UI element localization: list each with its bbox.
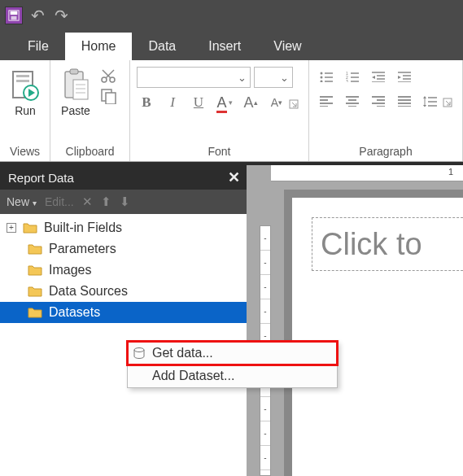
- svg-rect-1: [11, 11, 18, 15]
- svg-rect-4: [16, 75, 29, 77]
- dialog-launcher-icon[interactable]: [289, 99, 299, 109]
- decrease-indent-button[interactable]: [368, 67, 389, 86]
- folder-icon: [28, 264, 42, 276]
- move-up-button[interactable]: ⬆: [101, 194, 111, 209]
- panel-close-button[interactable]: ✕: [228, 168, 240, 186]
- move-down-button[interactable]: ⬇: [120, 194, 130, 209]
- svg-rect-9: [70, 69, 78, 74]
- database-icon: [133, 347, 146, 360]
- panel-header: Report Data ✕: [0, 165, 247, 190]
- svg-rect-2: [11, 16, 17, 20]
- svg-text:3: 3: [346, 79, 348, 82]
- design-canvas[interactable]: 1 ---------- Click to: [247, 165, 463, 476]
- expander-icon[interactable]: +: [7, 223, 16, 233]
- svg-marker-42: [398, 76, 401, 79]
- undo-button[interactable]: ↶: [31, 6, 45, 25]
- dialog-launcher-icon[interactable]: [443, 98, 452, 107]
- bullets-button[interactable]: [316, 67, 337, 86]
- save-button[interactable]: [5, 7, 23, 24]
- tree-label: Images: [49, 263, 91, 277]
- font-size-select[interactable]: ⌄: [254, 67, 293, 88]
- copy-button[interactable]: [99, 88, 119, 104]
- delete-button[interactable]: ✕: [82, 194, 93, 209]
- folder-icon: [28, 286, 42, 297]
- tree-label: Parameters: [49, 242, 116, 256]
- bold-button[interactable]: B: [137, 93, 156, 112]
- svg-point-25: [321, 81, 323, 83]
- menu-label: Add Dataset...: [152, 369, 234, 383]
- italic-button[interactable]: I: [163, 93, 182, 112]
- grow-font-button[interactable]: A▴: [241, 93, 260, 112]
- quick-access-toolbar: ↶ ↷: [0, 0, 463, 31]
- group-label-views: Views: [7, 142, 43, 159]
- chevron-down-icon: ⌄: [280, 72, 289, 84]
- font-color-button[interactable]: A▾: [215, 93, 234, 112]
- run-icon: [10, 67, 41, 103]
- cut-icon: [99, 68, 119, 85]
- ribbon-group-paragraph: 123 Paragraph: [309, 60, 463, 161]
- tree-label: Data Sources: [49, 284, 128, 299]
- group-label-font: Font: [137, 142, 302, 159]
- tab-home[interactable]: Home: [65, 33, 133, 60]
- group-label-clipboard: Clipboard: [57, 142, 123, 159]
- folder-icon: [28, 307, 42, 318]
- placeholder-text: Click to: [321, 227, 422, 262]
- panel-toolbar: New ▾ Edit... ✕ ⬆ ⬇: [0, 190, 247, 214]
- tree-item-data-sources[interactable]: Data Sources: [0, 281, 247, 302]
- ribbon-group-clipboard: Paste Clipboard: [50, 60, 130, 161]
- svg-point-66: [134, 348, 144, 352]
- align-center-button[interactable]: [342, 91, 363, 111]
- increase-indent-button[interactable]: [394, 67, 415, 86]
- save-icon: [8, 10, 20, 21]
- paste-label: Paste: [61, 104, 90, 117]
- tab-insert[interactable]: Insert: [192, 33, 257, 60]
- menu-item-get-data[interactable]: Get data...: [128, 342, 337, 365]
- paste-button[interactable]: Paste: [57, 65, 94, 119]
- tree-item-builtin-fields[interactable]: + Built-in Fields: [0, 217, 247, 238]
- tree-item-images[interactable]: Images: [0, 260, 247, 281]
- tab-data[interactable]: Data: [132, 33, 192, 60]
- copy-icon: [99, 88, 119, 104]
- ribbon: Run Views Paste Clipboard ⌄ ⌄: [0, 60, 463, 162]
- menu-item-add-dataset[interactable]: Add Dataset...: [128, 365, 337, 387]
- cut-button[interactable]: [99, 68, 119, 85]
- group-label-paragraph: Paragraph: [316, 142, 456, 159]
- font-family-select[interactable]: ⌄: [137, 67, 251, 88]
- svg-marker-37: [372, 76, 375, 79]
- align-left-button[interactable]: [316, 91, 337, 111]
- line-spacing-button[interactable]: [420, 91, 441, 111]
- context-menu: Get data... Add Dataset...: [127, 341, 338, 388]
- tree-label: Built-in Fields: [44, 221, 122, 235]
- chevron-down-icon: ⌄: [238, 72, 247, 84]
- svg-rect-5: [16, 80, 29, 82]
- svg-rect-19: [106, 93, 116, 104]
- svg-rect-10: [73, 80, 88, 99]
- tab-file[interactable]: File: [11, 33, 65, 60]
- underline-button[interactable]: U: [189, 93, 208, 112]
- align-right-button[interactable]: [368, 91, 389, 111]
- shrink-font-button[interactable]: A▾: [267, 93, 286, 112]
- folder-icon: [23, 222, 37, 234]
- paste-icon: [60, 67, 91, 103]
- tree: + Built-in Fields Parameters Images Data…: [0, 214, 247, 326]
- numbering-button[interactable]: 123: [342, 67, 363, 86]
- vertical-ruler-area: ----------: [247, 181, 271, 476]
- tab-view[interactable]: View: [257, 33, 317, 60]
- edit-button[interactable]: Edit...: [45, 195, 74, 208]
- menu-label: Get data...: [152, 346, 213, 360]
- folder-icon: [28, 243, 42, 255]
- run-button[interactable]: Run: [7, 65, 44, 119]
- tree-item-parameters[interactable]: Parameters: [0, 238, 247, 260]
- horizontal-ruler: 1: [271, 165, 463, 181]
- tree-label: Datasets: [49, 305, 100, 320]
- chevron-down-icon: ▾: [229, 98, 233, 107]
- report-data-panel: Report Data ✕ New ▾ Edit... ✕ ⬆ ⬇ + Buil…: [0, 165, 247, 476]
- svg-point-23: [321, 76, 323, 79]
- redo-button[interactable]: ↷: [55, 6, 68, 25]
- ribbon-group-views: Run Views: [0, 60, 50, 161]
- tree-item-datasets[interactable]: Datasets: [0, 302, 247, 323]
- new-menu[interactable]: New ▾: [7, 195, 37, 208]
- justify-button[interactable]: [394, 91, 415, 111]
- svg-point-21: [321, 72, 323, 75]
- title-placeholder[interactable]: Click to: [312, 217, 463, 271]
